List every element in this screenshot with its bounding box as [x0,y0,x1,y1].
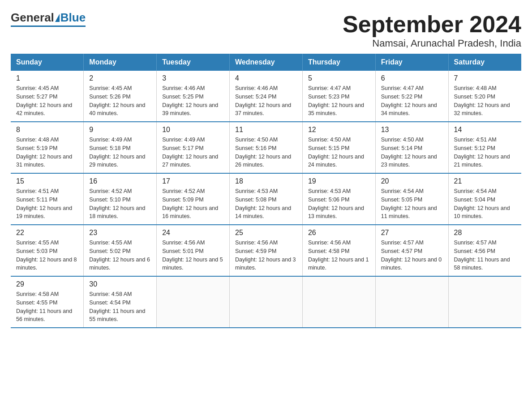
day-number: 20 [381,177,443,185]
calendar-cell: 17Sunrise: 4:52 AMSunset: 5:09 PMDayligh… [157,173,230,225]
calendar-cell: 24Sunrise: 4:56 AMSunset: 5:01 PMDayligh… [157,225,230,276]
calendar-cell: 20Sunrise: 4:54 AMSunset: 5:05 PMDayligh… [375,173,448,225]
day-number: 6 [381,74,443,82]
day-header-sunday: Sunday [11,54,84,71]
day-info: Sunrise: 4:56 AMSunset: 4:58 PMDaylight:… [308,239,370,272]
day-number: 27 [381,229,443,237]
page-header: General Blue September 2024 Namsai, Arun… [11,11,521,49]
week-row-4: 22Sunrise: 4:55 AMSunset: 5:03 PMDayligh… [11,225,521,276]
calendar-cell: 9Sunrise: 4:49 AMSunset: 5:18 PMDaylight… [84,122,157,173]
title-block: September 2024 Namsai, Arunachal Pradesh… [343,11,521,49]
day-info: Sunrise: 4:50 AMSunset: 5:15 PMDaylight:… [308,136,370,169]
calendar-cell: 25Sunrise: 4:56 AMSunset: 4:59 PMDayligh… [230,225,303,276]
day-number: 8 [16,126,78,134]
calendar-header: SundayMondayTuesdayWednesdayThursdayFrid… [11,54,521,71]
day-info: Sunrise: 4:57 AMSunset: 4:56 PMDaylight:… [454,239,516,272]
calendar-cell: 2Sunrise: 4:45 AMSunset: 5:26 PMDaylight… [84,71,157,122]
day-info: Sunrise: 4:46 AMSunset: 5:25 PMDaylight:… [162,84,224,118]
day-number: 29 [16,280,78,288]
day-info: Sunrise: 4:49 AMSunset: 5:17 PMDaylight:… [162,136,224,169]
calendar-cell: 4Sunrise: 4:46 AMSunset: 5:24 PMDaylight… [230,71,303,122]
day-number: 2 [89,74,151,82]
calendar-cell: 10Sunrise: 4:49 AMSunset: 5:17 PMDayligh… [157,122,230,173]
day-info: Sunrise: 4:55 AMSunset: 5:02 PMDaylight:… [89,239,151,272]
day-info: Sunrise: 4:50 AMSunset: 5:16 PMDaylight:… [235,136,297,169]
calendar-body: 1Sunrise: 4:45 AMSunset: 5:27 PMDaylight… [11,71,521,328]
day-header-saturday: Saturday [448,54,521,71]
day-header-thursday: Thursday [302,54,375,71]
calendar-cell: 14Sunrise: 4:51 AMSunset: 5:12 PMDayligh… [448,122,521,173]
calendar-cell [375,276,448,328]
day-info: Sunrise: 4:57 AMSunset: 4:57 PMDaylight:… [381,239,443,272]
week-row-2: 8Sunrise: 4:48 AMSunset: 5:19 PMDaylight… [11,122,521,173]
day-info: Sunrise: 4:49 AMSunset: 5:18 PMDaylight:… [89,136,151,169]
logo-blue-text: Blue [60,11,86,25]
day-number: 10 [162,126,224,134]
day-info: Sunrise: 4:45 AMSunset: 5:27 PMDaylight:… [16,84,78,118]
day-header-monday: Monday [84,54,157,71]
calendar-cell: 23Sunrise: 4:55 AMSunset: 5:02 PMDayligh… [84,225,157,276]
day-number: 26 [308,229,370,237]
day-info: Sunrise: 4:45 AMSunset: 5:26 PMDaylight:… [89,84,151,118]
calendar-cell: 3Sunrise: 4:46 AMSunset: 5:25 PMDaylight… [157,71,230,122]
day-number: 12 [308,126,370,134]
week-row-5: 29Sunrise: 4:58 AMSunset: 4:55 PMDayligh… [11,276,521,328]
day-header-tuesday: Tuesday [157,54,230,71]
day-number: 28 [454,229,516,237]
calendar-cell: 27Sunrise: 4:57 AMSunset: 4:57 PMDayligh… [375,225,448,276]
calendar-cell: 5Sunrise: 4:47 AMSunset: 5:23 PMDaylight… [302,71,375,122]
day-number: 16 [89,177,151,185]
day-number: 24 [162,229,224,237]
week-row-3: 15Sunrise: 4:51 AMSunset: 5:11 PMDayligh… [11,173,521,225]
day-info: Sunrise: 4:55 AMSunset: 5:03 PMDaylight:… [16,239,78,272]
day-number: 5 [308,74,370,82]
day-info: Sunrise: 4:58 AMSunset: 4:55 PMDaylight:… [16,290,78,324]
day-number: 4 [235,74,297,82]
day-number: 19 [308,177,370,185]
day-info: Sunrise: 4:53 AMSunset: 5:06 PMDaylight:… [308,187,370,221]
logo-triangle-icon [55,14,60,22]
day-info: Sunrise: 4:56 AMSunset: 4:59 PMDaylight:… [235,239,297,272]
calendar-cell: 21Sunrise: 4:54 AMSunset: 5:04 PMDayligh… [448,173,521,225]
calendar-cell: 8Sunrise: 4:48 AMSunset: 5:19 PMDaylight… [11,122,84,173]
day-number: 25 [235,229,297,237]
calendar-cell: 15Sunrise: 4:51 AMSunset: 5:11 PMDayligh… [11,173,84,225]
day-info: Sunrise: 4:52 AMSunset: 5:09 PMDaylight:… [162,187,224,221]
calendar-cell: 6Sunrise: 4:47 AMSunset: 5:22 PMDaylight… [375,71,448,122]
page-subtitle: Namsai, Arunachal Pradesh, India [343,38,521,49]
calendar-cell: 22Sunrise: 4:55 AMSunset: 5:03 PMDayligh… [11,225,84,276]
day-info: Sunrise: 4:48 AMSunset: 5:19 PMDaylight:… [16,136,78,169]
day-info: Sunrise: 4:50 AMSunset: 5:14 PMDaylight:… [381,136,443,169]
calendar-cell: 29Sunrise: 4:58 AMSunset: 4:55 PMDayligh… [11,276,84,328]
day-number: 7 [454,74,516,82]
calendar-cell: 19Sunrise: 4:53 AMSunset: 5:06 PMDayligh… [302,173,375,225]
day-number: 23 [89,229,151,237]
day-info: Sunrise: 4:53 AMSunset: 5:08 PMDaylight:… [235,187,297,221]
days-header-row: SundayMondayTuesdayWednesdayThursdayFrid… [11,54,521,71]
logo-general-text: General [11,11,54,25]
day-number: 17 [162,177,224,185]
day-info: Sunrise: 4:48 AMSunset: 5:20 PMDaylight:… [454,84,516,118]
day-info: Sunrise: 4:47 AMSunset: 5:23 PMDaylight:… [308,84,370,118]
day-number: 1 [16,74,78,82]
day-number: 30 [89,280,151,288]
week-row-1: 1Sunrise: 4:45 AMSunset: 5:27 PMDaylight… [11,71,521,122]
calendar-cell: 18Sunrise: 4:53 AMSunset: 5:08 PMDayligh… [230,173,303,225]
day-header-friday: Friday [375,54,448,71]
day-info: Sunrise: 4:47 AMSunset: 5:22 PMDaylight:… [381,84,443,118]
calendar-cell: 11Sunrise: 4:50 AMSunset: 5:16 PMDayligh… [230,122,303,173]
calendar-cell [157,276,230,328]
calendar-cell: 1Sunrise: 4:45 AMSunset: 5:27 PMDaylight… [11,71,84,122]
day-info: Sunrise: 4:46 AMSunset: 5:24 PMDaylight:… [235,84,297,118]
day-info: Sunrise: 4:54 AMSunset: 5:05 PMDaylight:… [381,187,443,221]
day-number: 9 [89,126,151,134]
calendar-cell: 12Sunrise: 4:50 AMSunset: 5:15 PMDayligh… [302,122,375,173]
calendar-cell: 13Sunrise: 4:50 AMSunset: 5:14 PMDayligh… [375,122,448,173]
day-info: Sunrise: 4:51 AMSunset: 5:11 PMDaylight:… [16,187,78,221]
day-number: 13 [381,126,443,134]
day-info: Sunrise: 4:56 AMSunset: 5:01 PMDaylight:… [162,239,224,272]
day-number: 14 [454,126,516,134]
calendar-cell: 16Sunrise: 4:52 AMSunset: 5:10 PMDayligh… [84,173,157,225]
day-info: Sunrise: 4:51 AMSunset: 5:12 PMDaylight:… [454,136,516,169]
calendar-cell: 26Sunrise: 4:56 AMSunset: 4:58 PMDayligh… [302,225,375,276]
